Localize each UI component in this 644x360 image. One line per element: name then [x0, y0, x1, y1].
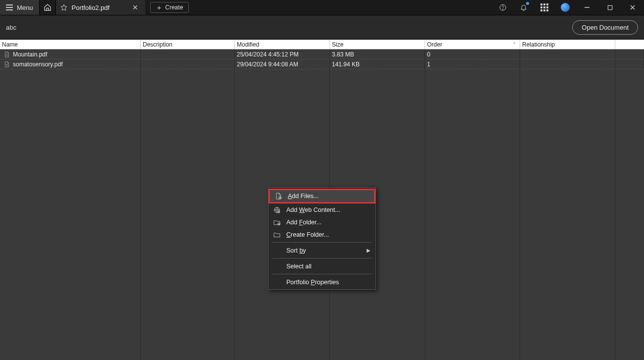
- content-area[interactable]: Mountain.pdf 25/04/2024 4:45:12 PM 3.83 …: [0, 50, 644, 360]
- menu-item-create-folder[interactable]: Create Folder...: [268, 228, 376, 241]
- menu-label-add-web-content: Add Web Content...: [286, 206, 340, 213]
- menu-label-add-folder: Add Folder...: [286, 219, 322, 226]
- cell-modified: 25/04/2024 4:45:12 PM: [237, 51, 299, 58]
- pdf-file-icon: [3, 61, 10, 68]
- tab-close-button[interactable]: ✕: [130, 2, 140, 12]
- subheader: abc Open Document: [0, 15, 644, 40]
- col-name-label: Name: [2, 41, 18, 48]
- menu-separator: [272, 274, 372, 274]
- document-tab[interactable]: Portfolio2.pdf ✕: [56, 0, 145, 15]
- menu-item-add-web-content[interactable]: Add Web Content...: [268, 204, 376, 216]
- home-icon: [44, 3, 52, 11]
- menu-item-add-files[interactable]: Add Files...: [268, 189, 376, 204]
- menu-button[interactable]: Menu: [0, 0, 39, 15]
- hamburger-icon: [6, 4, 13, 10]
- home-button[interactable]: [39, 0, 56, 15]
- column-header-relationship[interactable]: Relationship: [520, 40, 615, 49]
- cell-modified: 29/04/2024 9:44:08 AM: [237, 61, 298, 68]
- menu-separator: [272, 242, 372, 243]
- table-header: Name Description Modified Size Order˄ Re…: [0, 40, 644, 50]
- column-header-modified[interactable]: Modified: [235, 40, 330, 49]
- maximize-button[interactable]: [598, 0, 621, 15]
- subheader-text: abc: [6, 24, 16, 31]
- col-size-label: Size: [332, 41, 343, 48]
- create-folder-icon: [272, 231, 281, 239]
- menu-label-portfolio-properties: Portfolio Properties: [286, 279, 339, 286]
- col-desc-label: Description: [143, 41, 172, 48]
- menu-label-create-folder: Create Folder...: [286, 231, 329, 238]
- help-button[interactable]: [492, 0, 513, 15]
- cell-order: 1: [427, 61, 430, 68]
- cell-order: 0: [427, 51, 430, 58]
- cell-size: 3.83 MB: [332, 51, 354, 58]
- apps-button[interactable]: [534, 0, 555, 15]
- star-icon: [60, 3, 68, 11]
- add-folder-icon: [272, 218, 281, 226]
- account-button[interactable]: [555, 0, 576, 15]
- menu-label: Menu: [17, 4, 33, 11]
- menu-separator: [272, 258, 372, 258]
- menu-item-add-folder[interactable]: Add Folder...: [268, 216, 376, 228]
- minimize-button[interactable]: [576, 0, 598, 15]
- col-rel-label: Relationship: [522, 41, 555, 48]
- context-menu: Add Files... Add Web Content... Add Fold…: [268, 187, 376, 290]
- menu-item-sort-by[interactable]: Sort by ▶: [268, 244, 376, 257]
- menu-label-sort-by: Sort by: [286, 247, 306, 254]
- notifications-button[interactable]: [513, 0, 534, 15]
- column-header-name[interactable]: Name: [0, 40, 141, 49]
- titlebar: Menu Portfolio2.pdf ✕ ＋ Create: [0, 0, 644, 15]
- column-header-order[interactable]: Order˄: [425, 40, 520, 49]
- minimize-icon: [584, 4, 590, 10]
- close-window-button[interactable]: [621, 0, 644, 15]
- help-icon: [499, 3, 507, 11]
- titlebar-right: [492, 0, 644, 15]
- open-document-button[interactable]: Open Document: [572, 20, 638, 35]
- cell-size: 141.94 KB: [332, 61, 360, 68]
- maximize-icon: [607, 5, 613, 10]
- sort-caret-icon: ˄: [513, 42, 516, 47]
- col-mod-label: Modified: [237, 41, 259, 48]
- tab-title: Portfolio2.pdf: [72, 4, 110, 11]
- column-header-description[interactable]: Description: [141, 40, 235, 49]
- cell-name: Mountain.pdf: [13, 51, 47, 58]
- apps-grid-icon: [540, 3, 548, 11]
- menu-label-select-all: Select all: [286, 263, 312, 270]
- table-row[interactable]: Mountain.pdf 25/04/2024 4:45:12 PM 3.83 …: [0, 50, 644, 59]
- notification-dot-icon: [526, 2, 529, 5]
- cell-name: somatosensory.pdf: [13, 61, 63, 68]
- create-button[interactable]: ＋ Create: [150, 2, 189, 13]
- globe-icon: [561, 3, 570, 12]
- window-controls: [576, 0, 644, 15]
- svg-point-1: [502, 9, 503, 9]
- create-label: Create: [165, 4, 183, 11]
- add-files-icon: [274, 192, 283, 200]
- open-document-label: Open Document: [582, 24, 629, 31]
- pdf-file-icon: [3, 51, 10, 58]
- plus-icon: ＋: [156, 4, 162, 11]
- menu-label-add-files: Add Files...: [288, 193, 319, 200]
- submenu-arrow-icon: ▶: [367, 248, 371, 253]
- close-icon: [630, 4, 636, 10]
- add-web-content-icon: [272, 206, 281, 214]
- col-order-label: Order: [427, 41, 442, 48]
- column-header-size[interactable]: Size: [330, 40, 425, 49]
- table-body: Mountain.pdf 25/04/2024 4:45:12 PM 3.83 …: [0, 50, 644, 69]
- table-row[interactable]: somatosensory.pdf 29/04/2024 9:44:08 AM …: [0, 59, 644, 69]
- menu-item-select-all[interactable]: Select all: [268, 260, 376, 272]
- menu-item-portfolio-properties[interactable]: Portfolio Properties: [268, 276, 376, 288]
- column-header-spacer: [615, 40, 644, 49]
- svg-rect-3: [608, 5, 612, 9]
